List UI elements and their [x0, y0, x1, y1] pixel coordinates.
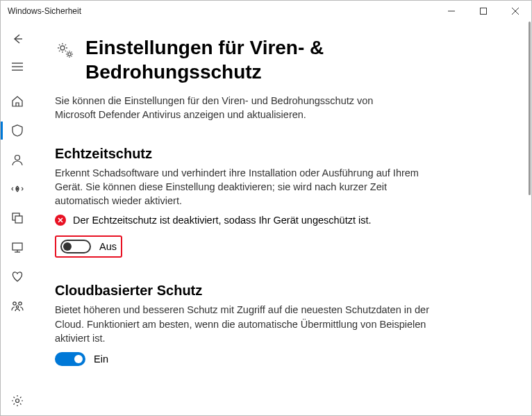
shield-icon[interactable] — [3, 117, 31, 144]
realtime-toggle-label: Aus — [99, 241, 117, 252]
svg-point-16 — [18, 302, 21, 305]
account-icon[interactable] — [3, 147, 31, 173]
gears-icon — [55, 40, 76, 60]
home-icon[interactable] — [3, 88, 31, 115]
svg-point-19 — [60, 46, 65, 50]
menu-button[interactable] — [3, 55, 31, 78]
network-icon[interactable] — [3, 176, 31, 202]
content-scroll[interactable]: Einstellungen für Viren- & Bedrohungssch… — [34, 22, 526, 415]
realtime-warning-text: Der Echtzeitschutz ist deaktiviert, soda… — [73, 215, 372, 226]
page-lead: Sie können die Einstellungen für den Vir… — [55, 94, 416, 122]
svg-rect-11 — [15, 216, 22, 223]
device-security-icon[interactable] — [3, 234, 31, 260]
realtime-toggle-row: Aus — [55, 235, 122, 258]
error-icon — [55, 215, 66, 226]
page-header: Einstellungen für Viren- & Bedrohungssch… — [55, 35, 498, 84]
realtime-desc: Erkennt Schadsoftware und verhindert ihr… — [55, 166, 430, 208]
svg-point-20 — [68, 53, 71, 56]
svg-point-9 — [16, 188, 17, 190]
back-button[interactable] — [3, 26, 31, 52]
body: Einstellungen für Viren- & Bedrohungssch… — [1, 22, 531, 415]
svg-point-15 — [13, 302, 15, 305]
page-title: Einstellungen für Viren- & Bedrohungssch… — [85, 35, 498, 84]
minimize-button[interactable] — [435, 1, 467, 22]
realtime-toggle[interactable] — [60, 240, 91, 253]
window-title: Windows-Sicherheit — [8, 6, 435, 16]
window-controls — [435, 1, 531, 22]
close-button[interactable] — [499, 1, 531, 22]
window: Windows-Sicherheit — [0, 0, 532, 416]
cloud-title: Cloudbasierter Schutz — [55, 283, 430, 299]
cloud-toggle-label: Ein — [94, 353, 108, 365]
health-icon[interactable] — [3, 263, 31, 290]
maximize-button[interactable] — [467, 1, 499, 22]
content-area: Einstellungen für Viren- & Bedrohungssch… — [34, 22, 531, 415]
scrollbar[interactable] — [529, 22, 531, 195]
titlebar: Windows-Sicherheit — [1, 1, 531, 22]
cloud-toggle-row: Ein — [55, 352, 430, 366]
cloud-toggle[interactable] — [55, 352, 85, 366]
svg-point-17 — [16, 306, 18, 308]
svg-point-18 — [15, 399, 19, 403]
section-cloud: Cloudbasierter Schutz Bietet höheren und… — [55, 283, 430, 366]
realtime-title: Echtzeitschutz — [55, 146, 430, 162]
settings-icon[interactable] — [3, 388, 31, 414]
svg-point-8 — [15, 156, 19, 160]
sidebar — [1, 22, 34, 415]
section-realtime: Echtzeitschutz Erkennt Schadsoftware und… — [55, 146, 430, 258]
svg-rect-1 — [481, 8, 487, 15]
realtime-warning-row: Der Echtzeitschutz ist deaktiviert, soda… — [55, 215, 430, 226]
svg-rect-12 — [13, 243, 22, 250]
cloud-desc: Bietet höheren und besseren Schutz mit Z… — [55, 303, 430, 345]
family-icon[interactable] — [3, 292, 31, 319]
app-control-icon[interactable] — [3, 205, 31, 231]
